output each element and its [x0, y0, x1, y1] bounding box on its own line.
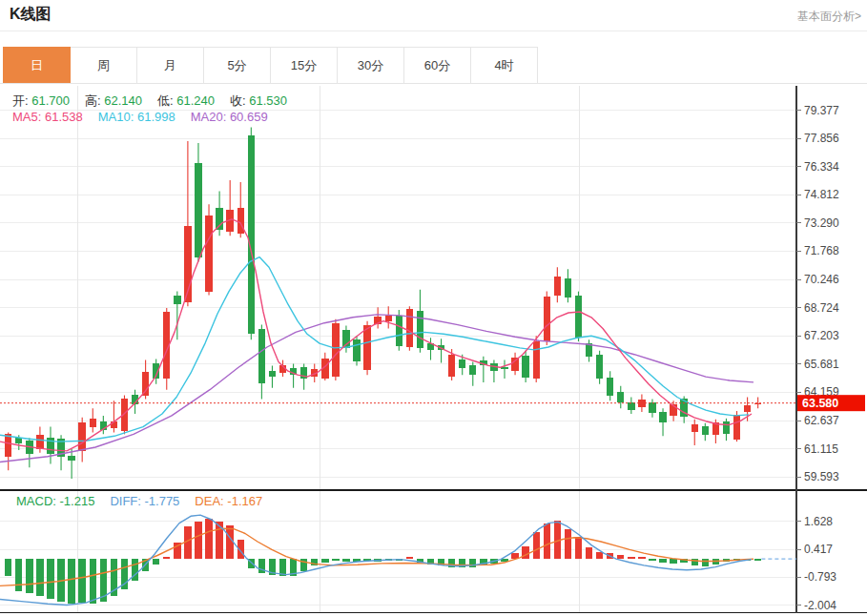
- ohlc-info: 开: 61.700高: 62.140低: 61.240收: 61.530: [12, 92, 302, 110]
- macd-bar: [258, 559, 265, 573]
- candle-body: [363, 325, 370, 371]
- candle-body: [522, 356, 528, 378]
- tab-period-2[interactable]: 月: [137, 47, 204, 84]
- y-axis-label: 73.290: [804, 216, 839, 230]
- info-pair: MA20: 60.659: [191, 110, 268, 124]
- tab-period-4[interactable]: 15分: [271, 47, 338, 84]
- tab-period-7[interactable]: 4时: [471, 47, 538, 84]
- macd-bar: [670, 559, 676, 564]
- candle-body: [269, 371, 276, 377]
- y-axis-label: 62.637: [804, 414, 839, 427]
- macd-bar: [205, 519, 212, 559]
- macd-bar: [565, 529, 571, 559]
- macd-bar: [659, 559, 666, 563]
- macd-axis-label: -2.004: [804, 599, 836, 612]
- candle-body: [692, 424, 698, 433]
- macd-axis-label: 1.628: [804, 515, 833, 528]
- info-pair: DIFF: -1.775: [110, 494, 179, 508]
- tab-period-1[interactable]: 周: [71, 47, 137, 84]
- page-title: K线图: [10, 5, 52, 25]
- info-pair: 开: 61.700: [12, 93, 70, 108]
- candle-body: [596, 355, 603, 379]
- tab-period-3[interactable]: 5分: [204, 47, 271, 84]
- candle-body: [448, 355, 455, 377]
- period-tabbar: 日周月5分15分30分60分4时: [3, 47, 538, 84]
- macd-bar: [522, 546, 528, 559]
- candle-body: [5, 434, 11, 456]
- macd-bar: [649, 559, 655, 561]
- macd-bar: [78, 559, 85, 603]
- macd-bar: [702, 559, 709, 566]
- tab-period-5[interactable]: 30分: [338, 47, 404, 84]
- info-pair: MA10: 61.998: [98, 110, 175, 124]
- candle-body: [385, 316, 392, 321]
- y-axis-label: 74.812: [804, 188, 839, 201]
- fundamental-analysis-link[interactable]: 基本面分析>: [797, 9, 861, 25]
- candle-body: [533, 341, 540, 379]
- candle-body: [248, 135, 255, 334]
- macd-bar: [184, 526, 191, 559]
- candle-body: [90, 419, 96, 427]
- macd-bar: [47, 559, 53, 599]
- candle-body: [406, 309, 413, 346]
- candle-body: [744, 405, 751, 412]
- ma20-line: [0, 315, 753, 462]
- macd-axis-label: -0.793: [804, 570, 836, 584]
- y-axis-label: 59.593: [804, 470, 839, 483]
- candle-body: [617, 392, 624, 403]
- macd-bar: [533, 532, 540, 559]
- candle-body: [469, 365, 476, 375]
- candle-body: [649, 402, 655, 413]
- ma-info: MA5: 61.538MA10: 61.998MA20: 60.659: [12, 110, 283, 124]
- candle-body: [15, 438, 22, 443]
- info-pair: MACD: -1.215: [16, 494, 94, 508]
- candle-body: [237, 208, 244, 234]
- macd-bar: [754, 559, 761, 561]
- y-axis-label: 65.681: [804, 358, 839, 371]
- macd-bar: [68, 559, 74, 604]
- y-axis-label: 67.203: [804, 329, 839, 342]
- y-axis-label: 61.115: [804, 442, 838, 456]
- candle-body: [554, 277, 561, 296]
- macd-bar: [90, 559, 96, 604]
- macd-bar: [163, 557, 170, 559]
- macd-bar: [638, 557, 645, 559]
- candle-body: [638, 400, 645, 407]
- candle-body: [459, 359, 465, 369]
- info-pair: 高: 62.140: [85, 93, 142, 108]
- y-axis-label: 71.768: [804, 244, 839, 257]
- tab-period-6[interactable]: 60分: [404, 47, 471, 84]
- candle-body: [733, 415, 740, 440]
- candle-body: [723, 421, 730, 435]
- macd-bar: [342, 559, 349, 562]
- y-axis-label: 76.334: [804, 160, 839, 174]
- kline-widget: K线图 基本面分析> 日周月5分15分30分60分4时 79.37777.856…: [0, 0, 867, 616]
- macd-bar: [216, 522, 222, 559]
- macd-bar: [26, 559, 32, 593]
- last-price-badge-value: 63.580: [802, 397, 838, 410]
- candle-body: [68, 456, 74, 461]
- macd-bar: [5, 559, 11, 576]
- macd-bar: [617, 555, 624, 559]
- candle-body: [258, 329, 265, 383]
- candle-body: [205, 216, 212, 292]
- macd-bar: [353, 559, 360, 561]
- candle-body: [332, 323, 339, 377]
- candle-body: [142, 372, 149, 396]
- candle-body: [417, 311, 423, 348]
- macd-bar: [332, 559, 339, 561]
- info-pair: MA5: 61.538: [12, 110, 83, 124]
- candle-body: [342, 330, 349, 347]
- info-pair: 收: 61.530: [230, 93, 287, 108]
- tab-period-0[interactable]: 日: [3, 47, 71, 84]
- widget-header: K线图 基本面分析>: [0, 0, 867, 31]
- y-axis-label: 70.246: [804, 273, 839, 286]
- macd-bar: [153, 559, 159, 565]
- candle-body: [565, 278, 571, 298]
- macd-bar: [586, 547, 592, 560]
- info-pair: 低: 61.240: [157, 93, 215, 108]
- kline-chart-canvas[interactable]: 79.37777.85676.33474.81273.29071.76870.2…: [0, 85, 867, 616]
- macd-bar: [544, 524, 550, 560]
- candle-body: [702, 426, 709, 436]
- candle-body: [659, 412, 666, 422]
